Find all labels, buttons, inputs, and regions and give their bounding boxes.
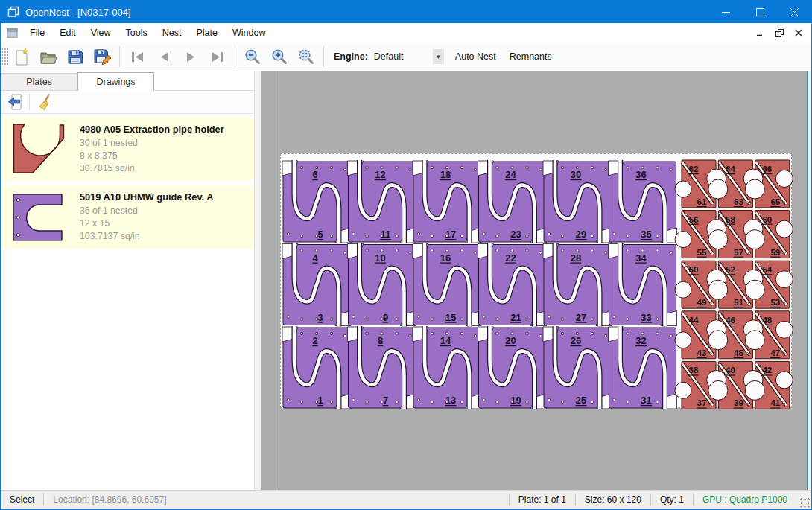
engine-value: Default — [372, 51, 433, 62]
menu-window[interactable]: Window — [225, 25, 273, 41]
zoom-out-button[interactable] — [239, 45, 266, 68]
svg-text:42: 42 — [762, 366, 772, 374]
svg-text:11: 11 — [381, 229, 391, 240]
engine-select[interactable]: Default ▾ — [372, 48, 444, 65]
svg-text:54: 54 — [762, 265, 772, 274]
toolbar-grip[interactable] — [2, 47, 8, 66]
nest-pair-purple[interactable]: 3231 — [609, 326, 677, 409]
minimize-button[interactable] — [708, 1, 743, 23]
list-item-drawing-1[interactable]: 4980 A05 Extraction pipe holder 30 of 1 … — [1, 117, 254, 181]
remnants-button[interactable]: Remnants — [503, 47, 559, 66]
save-icon — [66, 48, 84, 66]
maximize-button[interactable] — [743, 1, 777, 23]
mdi-restore-icon[interactable] — [771, 26, 787, 39]
svg-text:41: 41 — [770, 398, 780, 407]
svg-text:16: 16 — [440, 252, 451, 264]
nest-plate[interactable]: 6512111817242330293635431091615222128273… — [280, 153, 792, 408]
nest-pair-purple[interactable]: 21 — [282, 326, 351, 409]
go-first-icon — [129, 48, 146, 66]
mdi-minimize-icon[interactable] — [752, 26, 768, 39]
go-next-button[interactable] — [177, 45, 204, 68]
canvas-right-strip — [808, 71, 811, 490]
svg-text:6: 6 — [312, 169, 317, 180]
tab-plates[interactable]: Plates — [1, 73, 77, 90]
svg-text:29: 29 — [576, 229, 586, 240]
go-first-button[interactable] — [124, 45, 150, 68]
svg-text:45: 45 — [734, 348, 743, 357]
menu-file[interactable]: File — [22, 25, 52, 41]
resize-grip[interactable] — [799, 497, 810, 508]
svg-text:23: 23 — [510, 229, 521, 240]
panel-splitter[interactable] — [255, 71, 261, 490]
nest-pair-purple[interactable]: 43 — [282, 243, 351, 327]
open-folder-icon — [39, 48, 57, 66]
main-toolbar: Engine: Default ▾ Auto Nest Remnants — [1, 42, 811, 71]
save-as-button[interactable] — [89, 45, 115, 68]
nest-pair-purple[interactable]: 1615 — [413, 243, 481, 327]
open-button[interactable] — [35, 45, 62, 68]
nest-pair-purple[interactable]: 2019 — [478, 326, 547, 409]
svg-text:60: 60 — [762, 215, 772, 224]
nest-pair-purple[interactable]: 3029 — [543, 160, 612, 243]
clear-drawings-button[interactable] — [34, 92, 58, 112]
nest-pair-purple[interactable]: 2221 — [478, 243, 547, 327]
nest-pair-purple[interactable]: 87 — [348, 326, 416, 409]
nest-pair-purple[interactable]: 3635 — [609, 160, 677, 243]
nest-pair-purple[interactable]: 109 — [348, 243, 416, 327]
nest-pair-purple[interactable]: 2625 — [543, 326, 612, 409]
menu-edit[interactable]: Edit — [52, 25, 83, 41]
svg-text:17: 17 — [445, 229, 456, 240]
status-qty: Qty: 1 — [651, 494, 693, 505]
nest-pair-purple[interactable]: 1817 — [413, 160, 481, 243]
nest-pair-purple[interactable]: 65 — [282, 160, 351, 243]
nest-pair-purple[interactable]: 2827 — [543, 243, 612, 327]
auto-nest-button[interactable]: Auto Nest — [448, 47, 503, 66]
zoom-out-icon — [244, 48, 261, 66]
mdi-document-icon[interactable] — [7, 28, 18, 39]
svg-text:59: 59 — [770, 248, 780, 257]
import-drawing-icon — [6, 93, 24, 111]
svg-text:22: 22 — [505, 252, 516, 264]
import-drawing-button[interactable] — [3, 92, 27, 112]
menu-tools[interactable]: Tools — [118, 25, 155, 41]
status-mode: Select — [1, 494, 43, 505]
status-gpu: GPU : Quadro P1000 — [694, 494, 796, 505]
save-button[interactable] — [62, 45, 89, 68]
menu-nest[interactable]: Nest — [155, 25, 189, 41]
svg-text:32: 32 — [635, 335, 646, 346]
menu-plate[interactable]: Plate — [188, 25, 225, 41]
menu-view[interactable]: View — [83, 25, 118, 41]
close-button[interactable] — [777, 1, 811, 23]
list-item-drawing-2[interactable]: 5019 A10 UHMW guide Rev. A 36 of 1 neste… — [1, 185, 254, 249]
svg-text:35: 35 — [641, 229, 651, 240]
svg-text:1: 1 — [317, 395, 323, 406]
menu-bar: FileEditViewToolsNestPlateWindow — [1, 23, 811, 42]
svg-text:30: 30 — [571, 169, 581, 180]
go-next-icon — [183, 48, 200, 66]
tab-drawings[interactable]: Drawings — [77, 72, 154, 91]
new-document-icon — [13, 48, 31, 66]
mdi-close-icon[interactable] — [790, 26, 807, 39]
drawing-area: 103.7137 sq/in — [80, 230, 213, 243]
svg-text:5: 5 — [317, 229, 323, 240]
nest-pair-purple[interactable]: 1413 — [413, 326, 481, 409]
status-plate: Plate: 1 of 1 — [510, 494, 575, 505]
svg-text:15: 15 — [445, 312, 456, 323]
status-bar: Select Location: [84.8696, 60.6957] Plat… — [1, 490, 811, 509]
svg-text:9: 9 — [383, 312, 388, 323]
nest-pair-purple[interactable]: 2423 — [478, 160, 547, 243]
svg-text:48: 48 — [762, 316, 772, 325]
svg-text:39: 39 — [734, 398, 743, 407]
broom-icon — [37, 93, 55, 111]
nest-pair-purple[interactable]: 3433 — [609, 243, 677, 327]
go-last-button[interactable] — [204, 45, 231, 68]
nest-pair-purple[interactable]: 1211 — [348, 160, 416, 243]
go-previous-button[interactable] — [150, 45, 177, 68]
new-document-button[interactable] — [8, 45, 35, 68]
zoom-in-button[interactable] — [266, 45, 293, 68]
svg-text:2: 2 — [312, 335, 317, 346]
zoom-fit-button[interactable] — [293, 45, 320, 68]
chevron-down-icon[interactable]: ▾ — [433, 49, 444, 64]
nest-canvas[interactable]: 6512111817242330293635431091615222128273… — [261, 71, 811, 490]
svg-text:24: 24 — [505, 169, 516, 180]
